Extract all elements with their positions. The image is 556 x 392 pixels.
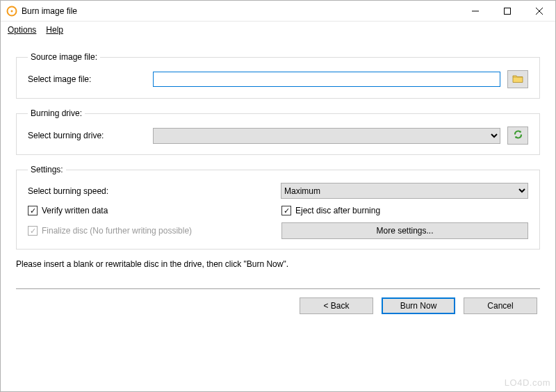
back-button[interactable]: < Back <box>300 297 373 314</box>
cancel-button[interactable]: Cancel <box>464 297 537 314</box>
button-row: < Back Burn Now Cancel <box>16 297 540 314</box>
drive-group: Burning drive: Select burning drive: <box>16 108 540 155</box>
window-title: Burn image file <box>22 6 77 16</box>
image-file-input[interactable] <box>153 72 500 87</box>
settings-legend: Settings: <box>28 165 66 174</box>
verify-label: Verify written data <box>42 206 108 215</box>
folder-icon <box>512 74 523 85</box>
app-disc-icon <box>6 6 17 17</box>
burn-now-button-label: Burn Now <box>400 301 437 311</box>
source-label: Select image file: <box>28 74 146 84</box>
speed-label: Select burning speed: <box>28 186 274 196</box>
menubar: Options Help <box>1 22 555 38</box>
titlebar: Burn image file <box>1 1 555 22</box>
finalize-checkbox: ✓ <box>28 226 38 236</box>
window-root: Burn image file Options Help Source imag… <box>0 0 556 392</box>
back-button-label: < Back <box>323 301 349 311</box>
button-separator <box>16 288 540 289</box>
eject-checkbox[interactable]: ✓ <box>281 206 291 215</box>
refresh-drive-button[interactable] <box>507 126 528 145</box>
more-settings-button[interactable]: More settings... <box>281 222 528 239</box>
instruction-text: Please insert a blank or rewritable disc… <box>16 259 540 269</box>
menu-help[interactable]: Help <box>46 25 63 35</box>
burn-now-button[interactable]: Burn Now <box>382 297 455 314</box>
source-group: Source image file: Select image file: <box>16 52 540 99</box>
svg-point-1 <box>11 10 13 12</box>
maximize-button[interactable] <box>491 1 523 22</box>
minimize-button[interactable] <box>459 1 491 22</box>
source-legend: Source image file: <box>28 52 100 62</box>
content-area: Source image file: Select image file: Bu… <box>1 38 555 391</box>
settings-group: Settings: Select burning speed: Maximum … <box>16 165 540 250</box>
refresh-icon <box>513 129 523 142</box>
menu-options[interactable]: Options <box>8 25 36 35</box>
browse-button[interactable] <box>507 70 528 88</box>
burning-speed-select[interactable]: Maximum <box>281 183 528 199</box>
burning-drive-select[interactable] <box>153 128 500 144</box>
eject-label: Eject disc after burning <box>295 206 380 215</box>
cancel-button-label: Cancel <box>487 301 513 311</box>
verify-checkbox[interactable]: ✓ <box>28 206 38 215</box>
drive-label: Select burning drive: <box>28 131 146 140</box>
svg-rect-3 <box>505 8 511 14</box>
drive-legend: Burning drive: <box>28 108 85 118</box>
finalize-label: Finalize disc (No further writing possib… <box>42 226 192 236</box>
more-settings-label: More settings... <box>376 226 433 236</box>
close-button[interactable] <box>523 1 555 22</box>
